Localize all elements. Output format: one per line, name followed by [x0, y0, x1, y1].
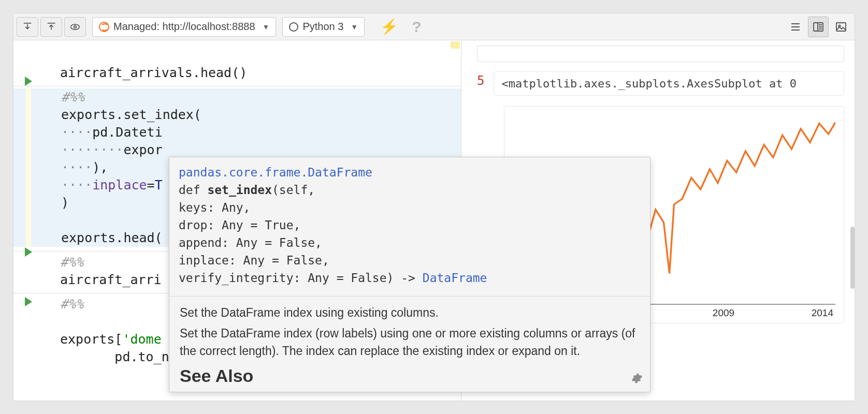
- doc-sig-line: inplace: Any = False,: [179, 254, 329, 267]
- doc-see-also-heading: See Also: [180, 367, 640, 385]
- output-repr: <matplotlib.axes._subplots.AxesSubplot a…: [494, 71, 844, 96]
- doc-sig-line: keys: Any,: [179, 201, 250, 214]
- code-line: aircraft_arri: [60, 272, 162, 287]
- server-select[interactable]: Managed: http://localhost:8888 ▼: [92, 17, 276, 37]
- lightning-icon[interactable]: ⚡: [380, 18, 398, 35]
- kernel-select[interactable]: Python 3 ▼: [282, 17, 365, 37]
- view-split-button[interactable]: [808, 17, 829, 37]
- toolbar: Managed: http://localhost:8888 ▼ Python …: [13, 13, 855, 40]
- code-line: inplace: [92, 178, 147, 193]
- run-cell-icon[interactable]: [25, 77, 32, 86]
- run-cell-icon[interactable]: [25, 297, 32, 306]
- tick-label: 2009: [713, 307, 734, 319]
- code-line: exports[: [60, 332, 122, 347]
- run-cell-icon[interactable]: [25, 247, 32, 257]
- code-line: ): [61, 195, 69, 210]
- server-label: Managed: http://localhost:8888: [113, 21, 255, 33]
- preview-button[interactable]: [64, 17, 86, 37]
- output-cell-number: 5: [477, 73, 484, 88]
- code-line: exports.set_index(: [61, 107, 201, 122]
- kernel-label: Python 3: [302, 21, 343, 33]
- code-line: aircraft_arrivals.head(): [60, 65, 247, 80]
- svg-rect-3: [836, 23, 846, 31]
- code-line: pd.Dateti: [92, 125, 162, 140]
- doc-signature: pandas.core.frame.DataFrame def set_inde…: [169, 157, 650, 297]
- code-line: exports.head(: [61, 230, 163, 245]
- doc-fn-name: set_index: [207, 183, 272, 197]
- code-line: expor: [123, 142, 162, 157]
- cell-marker: #%%: [61, 90, 84, 105]
- doc-sig-line: verify_integrity: Any = False) ->: [179, 271, 423, 285]
- quick-doc-popup: pandas.core.frame.DataFrame def set_inde…: [169, 157, 650, 392]
- jupyter-icon: [99, 22, 109, 32]
- chevron-down-icon: ▼: [351, 23, 358, 31]
- output-collapsed[interactable]: [477, 46, 844, 62]
- doc-sig-line: append: Any = False,: [179, 236, 322, 249]
- svg-point-0: [71, 24, 80, 29]
- view-image-button[interactable]: [831, 17, 851, 37]
- gutter: [13, 40, 50, 401]
- sync-up-button[interactable]: [40, 17, 62, 37]
- doc-description: Set the DataFrame index (row labels) usi…: [180, 324, 640, 360]
- gear-icon[interactable]: [631, 373, 643, 387]
- tick-label: 2014: [812, 307, 833, 319]
- change-marker: [451, 41, 460, 49]
- doc-def-kw: def: [179, 183, 207, 197]
- kernel-status-icon: [289, 22, 298, 32]
- code-string: 'dome: [122, 332, 161, 347]
- doc-sig-line: (self,: [272, 183, 315, 197]
- doc-summary: Set the DataFrame index using existing c…: [180, 304, 640, 321]
- doc-class: pandas.core.frame.DataFrame: [179, 166, 372, 179]
- view-list-button[interactable]: [785, 17, 806, 37]
- cell-marker: #%%: [60, 255, 83, 270]
- chevron-down-icon: ▼: [263, 23, 270, 31]
- doc-return-type: DataFrame: [423, 271, 487, 285]
- code-line: =: [147, 178, 155, 193]
- code-line: [60, 349, 114, 364]
- doc-sig-line: drop: Any = True,: [179, 218, 300, 232]
- code-line: T: [155, 178, 163, 193]
- scrollbar-thumb[interactable]: [850, 227, 855, 289]
- help-icon[interactable]: ?: [412, 18, 421, 36]
- svg-point-1: [74, 25, 77, 28]
- sync-down-button[interactable]: [17, 17, 38, 37]
- code-line: ),: [92, 160, 108, 175]
- cell-marker: #%%: [60, 297, 83, 312]
